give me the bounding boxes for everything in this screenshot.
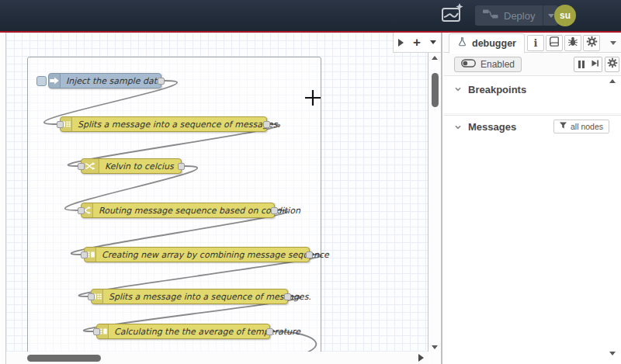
funnel-icon [560,122,567,131]
messages-section-header[interactable]: Messages all nodes [443,115,621,138]
node-layer: Inject the sample dataSplits a message i… [6,33,428,364]
deploy-button[interactable]: Deploy [475,5,543,26]
add-flow-button[interactable]: + [413,36,421,49]
book-icon [549,36,560,50]
gear-icon [607,57,618,71]
message-filter-button[interactable]: all nodes [553,120,609,133]
info-icon: i [534,38,538,48]
tab-label: debugger [472,38,516,49]
pause-icon [578,61,585,68]
input-port[interactable] [78,207,85,214]
canvas-horizontal-scrollbar [6,352,428,364]
config-tab-button[interactable] [583,35,600,51]
output-port[interactable] [306,251,313,258]
node-split[interactable]: Splits a message into a sequence of mess… [91,289,288,304]
output-port[interactable] [158,78,165,85]
step-icon [590,57,600,71]
header-bar: Deploy su [0,0,621,33]
scroll-right-arrow[interactable] [418,354,424,362]
tab-debugger[interactable]: debugger [449,33,525,54]
node-inject[interactable]: Inject the sample data [48,73,161,88]
horizontal-scroll-thumb[interactable] [27,355,101,362]
assistant-icon [439,2,464,29]
node-join[interactable]: Creating new array by combining message … [84,247,310,262]
flask-icon [457,36,467,50]
step-button[interactable] [588,57,602,72]
sidebar-tabbar: debugger i [443,33,621,53]
user-avatar[interactable]: su [554,5,576,26]
debugger-enabled-toggle[interactable]: Enabled [454,57,522,72]
output-port[interactable] [178,163,185,170]
toggle-icon [461,59,476,70]
input-port[interactable] [81,251,88,258]
scroll-down-arrow[interactable] [432,345,438,349]
inject-arrow-icon [49,74,61,88]
section-title: Messages [468,121,516,133]
debugger-settings-button[interactable] [605,57,619,72]
pause-button[interactable] [574,57,588,72]
sidebar: debugger i [443,33,621,364]
sidebar-scroll-up-arrow[interactable] [609,79,616,83]
gear-icon [586,36,598,50]
deploy-nodes-icon [483,8,498,23]
input-port[interactable] [57,121,64,128]
node-change[interactable]: Kelvin to celcius [81,158,182,174]
sidebar-scroll-down-arrow[interactable] [609,352,616,355]
input-port[interactable] [78,163,85,170]
vertical-scroll-thumb[interactable] [432,73,439,107]
deploy-button-group: Deploy [475,5,558,26]
section-title: Breakpoints [468,84,526,95]
main-menu-button[interactable] [585,8,607,23]
sidebar-resize-handle[interactable] [441,33,442,364]
section-divider [443,113,621,114]
node-switch[interactable]: Routing message sequence based on condit… [81,203,275,218]
chevron-down-icon [454,120,462,134]
output-port[interactable] [266,328,273,335]
sidebar-menu-caret[interactable] [610,41,616,45]
debugger-toolbar: Enabled [443,54,621,76]
canvas-vertical-scrollbar [429,33,441,364]
chevron-down-icon [548,14,554,18]
node-label: Inject the sample data [61,74,168,88]
palette-strip[interactable] [0,33,6,364]
assistant-button[interactable] [438,3,466,28]
enabled-label: Enabled [480,59,515,70]
output-port[interactable] [263,121,270,128]
debug-tab-button[interactable] [564,35,581,51]
node-red-editor: Deploy su Inject the sample dataSplits a… [0,0,621,364]
filter-label: all nodes [571,122,603,131]
node-label: Creating new array by combining message … [96,248,335,262]
help-tab-button[interactable] [546,35,563,51]
chevron-down-icon [454,82,462,96]
node-label: Splits a message into a sequence of mess… [72,117,286,131]
node-label: Kelvin to celcius [99,159,180,173]
inject-button[interactable] [36,76,47,86]
scroll-up-arrow[interactable] [432,56,438,60]
crosshair-cursor [300,85,325,113]
output-port[interactable] [284,293,291,300]
node-label: Calculating the the average of temperatu… [109,324,307,338]
flow-canvas[interactable]: Inject the sample dataSplits a message i… [6,33,428,364]
node-split[interactable]: Splits a message into a sequence of mess… [60,116,267,132]
deploy-label: Deploy [504,10,535,22]
scroll-tabs-right-icon[interactable] [398,39,404,47]
info-tab-button[interactable]: i [527,35,544,51]
bug-icon [567,36,578,50]
flow-list-button[interactable] [430,40,436,44]
output-port[interactable] [271,207,278,214]
node-join[interactable]: Calculating the the average of temperatu… [96,324,270,339]
input-port[interactable] [93,328,100,335]
input-port[interactable] [88,293,95,300]
workspace-tab-toolbar: + [393,33,441,53]
breakpoints-section-header[interactable]: Breakpoints [443,78,621,101]
